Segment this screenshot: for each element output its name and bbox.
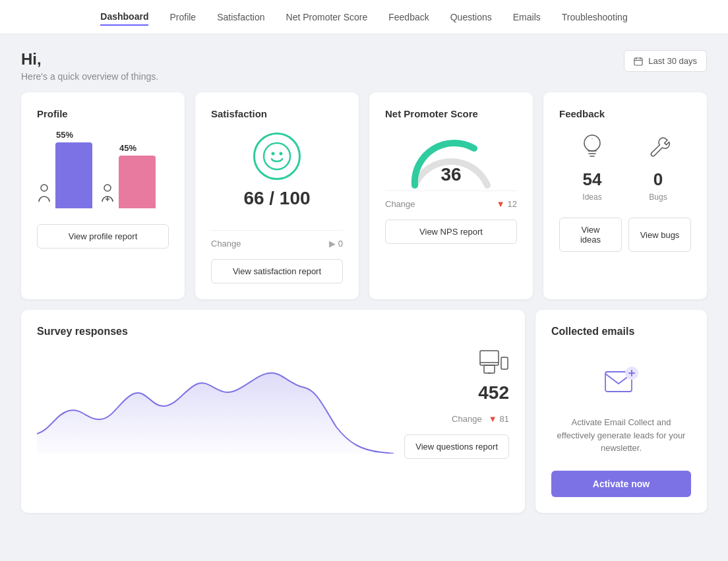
ideas-label: Ideas: [579, 192, 605, 202]
nav-emails[interactable]: Emails: [513, 9, 541, 25]
satisfaction-card: Satisfaction 66 / 100 Change ▶ 0 View sa…: [195, 92, 359, 299]
svg-point-9: [272, 152, 275, 156]
feedback-ideas: 54 Ideas: [579, 133, 605, 202]
nps-gauge: 36: [385, 122, 517, 191]
survey-title: Survey responses: [37, 326, 509, 338]
nav-feedback[interactable]: Feedback: [388, 9, 429, 25]
female-icon: [100, 184, 115, 206]
cards-row: Profile 55% 45%: [0, 92, 728, 310]
nav-profile[interactable]: Profile: [169, 9, 196, 25]
view-ideas-button[interactable]: View ideas: [559, 218, 622, 252]
male-bar: [55, 142, 92, 208]
svg-point-11: [584, 135, 600, 151]
survey-stats: 452 Change ▼ 81 View questions report: [404, 348, 509, 459]
nav-troubleshooting[interactable]: Troubleshooting: [562, 9, 628, 25]
profile-bars: 55% 45%: [37, 130, 169, 208]
svg-point-8: [264, 143, 290, 169]
bugs-count: 0: [645, 169, 671, 190]
nps-card: Net Promoter Score 36 Change ▼ 12 View N…: [369, 92, 533, 299]
nav-satisfaction[interactable]: Satisfaction: [217, 9, 264, 25]
email-card: Collected emails Activate Email Collect …: [535, 310, 707, 513]
survey-change-val: 81: [500, 414, 509, 424]
satisfaction-change-val: ▶ 0: [329, 239, 343, 249]
svg-rect-14: [484, 365, 495, 373]
view-nps-report-button[interactable]: View NPS report: [385, 220, 517, 244]
nav-dashboard[interactable]: Dashboard: [100, 9, 148, 26]
nav-bar: Dashboard Profile Satisfaction Net Promo…: [0, 0, 728, 34]
date-range-button[interactable]: Last 30 days: [624, 50, 707, 72]
nps-score: 36: [440, 164, 461, 185]
survey-change-label: Change: [452, 414, 482, 424]
satisfaction-change-row: Change ▶ 0: [211, 230, 343, 249]
nps-change-val: ▼ 12: [497, 199, 517, 209]
profile-card: Profile 55% 45%: [21, 92, 185, 299]
survey-chart: [37, 348, 394, 454]
page-header: Hi, Here's a quick overview of things. L…: [0, 34, 728, 92]
arrow-down-icon: ▼: [497, 199, 505, 209]
feedback-buttons: View ideas View bugs: [559, 218, 691, 252]
nav-nps[interactable]: Net Promoter Score: [286, 9, 368, 25]
calendar-icon: [634, 57, 643, 66]
chart-container: [37, 348, 394, 480]
bottom-row: Survey responses: [0, 310, 728, 534]
survey-card: Survey responses: [21, 310, 525, 513]
page-subtitle: Here's a quick overview of things.: [21, 71, 158, 82]
smiley-icon: [253, 133, 301, 180]
svg-rect-0: [634, 58, 642, 65]
view-profile-report-button[interactable]: View profile report: [37, 224, 169, 249]
satisfaction-change-label: Change: [211, 239, 241, 249]
ideas-count: 54: [579, 169, 605, 190]
profile-title: Profile: [37, 108, 169, 119]
email-description: Activate Email Collect and effectively g…: [551, 416, 691, 455]
male-icon: [37, 184, 51, 206]
nps-change-label: Change: [385, 199, 415, 209]
survey-count: 452: [404, 382, 509, 403]
lightbulb-icon: [579, 133, 605, 162]
nps-change-number: 12: [508, 199, 517, 209]
male-pct: 55%: [56, 130, 73, 140]
activate-now-button[interactable]: Activate now: [551, 471, 691, 497]
view-bugs-button[interactable]: View bugs: [628, 218, 691, 252]
email-collect-icon: [603, 364, 640, 405]
nps-change-row: Change ▼ 12: [385, 191, 517, 209]
email-title: Collected emails: [551, 326, 634, 338]
feedback-title: Feedback: [559, 108, 691, 119]
bugs-label: Bugs: [645, 192, 671, 202]
female-pct: 45%: [119, 143, 136, 153]
view-satisfaction-report-button[interactable]: View satisfaction report: [211, 259, 343, 283]
arrow-right-icon: ▶: [329, 239, 336, 249]
svg-point-5: [104, 185, 111, 191]
svg-point-10: [280, 152, 283, 156]
feedback-icons: 54 Ideas 0 Bugs: [559, 122, 691, 207]
svg-rect-15: [501, 357, 508, 369]
feedback-card: Feedback 54 Ideas 0 Bugs View ideas: [543, 92, 707, 299]
nps-title: Net Promoter Score: [385, 108, 517, 119]
satisfaction-title: Satisfaction: [211, 108, 343, 119]
satisfaction-change-number: 0: [338, 239, 343, 249]
view-questions-report-button[interactable]: View questions report: [404, 434, 509, 459]
gauge-wrap: 36: [405, 133, 497, 185]
wrench-icon: [645, 133, 671, 162]
feedback-bugs: 0 Bugs: [645, 133, 671, 202]
survey-arrow-down-icon: ▼: [489, 414, 497, 424]
svg-point-4: [41, 185, 47, 191]
satisfaction-score: 66 / 100: [211, 188, 343, 209]
page-greeting: Hi,: [21, 50, 158, 69]
nav-questions[interactable]: Questions: [450, 9, 492, 25]
survey-device-icon: [404, 348, 509, 377]
survey-change-row: Change ▼ 81: [404, 414, 509, 424]
header-left: Hi, Here's a quick overview of things.: [21, 50, 158, 82]
bar-female: 45%: [100, 143, 156, 208]
female-bar: [119, 156, 156, 208]
bar-male: 55%: [37, 130, 92, 208]
satisfaction-center: 66 / 100: [211, 122, 343, 230]
date-range-label: Last 30 days: [648, 56, 697, 66]
